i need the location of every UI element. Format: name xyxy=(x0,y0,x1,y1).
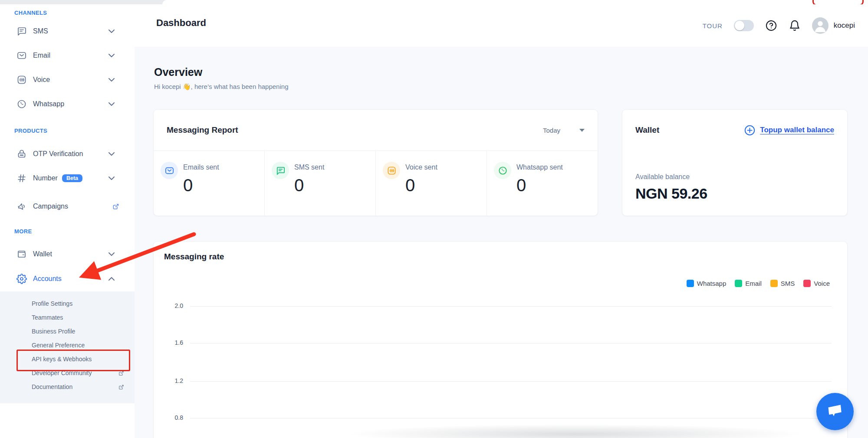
stat-value: 0 xyxy=(516,176,526,195)
username: kocepi xyxy=(834,21,855,30)
email-icon xyxy=(16,50,27,61)
plus-circle-icon xyxy=(744,124,756,136)
legend-item-voice[interactable]: Voice xyxy=(803,280,830,287)
main-content: Overview Hi kocepi 👋, here’s what has be… xyxy=(135,47,868,438)
hash-icon xyxy=(16,173,27,183)
messaging-report-card: Messaging Report Today Emails sent 0 xyxy=(153,109,598,216)
sidebar-item-whatsapp[interactable]: Whatsapp xyxy=(0,92,135,116)
sidebar-item-label: SMS xyxy=(33,27,48,35)
submenu-item-label: Business Profile xyxy=(32,328,75,335)
legend-item-email[interactable]: Email xyxy=(735,280,762,287)
messaging-report-head: Messaging Report Today xyxy=(154,110,598,151)
top-tab xyxy=(162,0,868,4)
chart-legend: Whatsapp Email SMS Voice xyxy=(687,280,830,287)
topup-link-label: Topup wallet balance xyxy=(760,126,834,134)
header-actions: TOUR kocepi xyxy=(703,4,855,47)
lock-icon xyxy=(16,149,27,159)
stat-label: Voice sent xyxy=(405,163,437,171)
y-axis-tick: 2.0 xyxy=(162,302,183,309)
submenu-item-label: Profile Settings xyxy=(32,300,72,307)
sidebar-item-number[interactable]: Number Beta xyxy=(0,166,135,190)
sidebar-item-voice[interactable]: Voice xyxy=(0,68,135,92)
tour-toggle[interactable] xyxy=(734,20,754,31)
sidebar-item-wallet[interactable]: Wallet xyxy=(0,242,135,266)
stat-voice-sent: Voice sent 0 xyxy=(375,150,487,216)
external-link-icon xyxy=(118,383,125,391)
accounts-submenu: Profile Settings Teammates Business Prof… xyxy=(0,291,135,403)
gear-icon xyxy=(16,274,27,284)
user-menu[interactable]: kocepi xyxy=(812,17,855,34)
gridline xyxy=(190,418,832,418)
stat-emails-sent: Emails sent 0 xyxy=(154,150,264,216)
stat-value: 0 xyxy=(183,176,193,195)
app-screen: CHANNELS SMS Email Voice Whatsapp PRODUC… xyxy=(0,0,868,438)
section-label-channels: CHANNELS xyxy=(14,10,47,16)
chevron-down-icon xyxy=(108,29,115,33)
stat-value: 0 xyxy=(405,176,415,195)
legend-label: SMS xyxy=(781,280,795,287)
legend-swatch-sms xyxy=(770,280,778,287)
submenu-item-profile-settings[interactable]: Profile Settings xyxy=(0,297,135,311)
legend-swatch-email xyxy=(735,280,742,287)
whatsapp-icon xyxy=(16,99,27,109)
chevron-up-icon xyxy=(108,277,115,281)
chat-fab[interactable] xyxy=(816,393,854,430)
tour-label: TOUR xyxy=(703,22,723,29)
submenu-item-label: Teammates xyxy=(32,314,63,321)
person-icon xyxy=(812,17,829,34)
wallet-title: Wallet xyxy=(635,125,659,135)
legend-label: Voice xyxy=(814,280,830,287)
legend-item-sms[interactable]: SMS xyxy=(770,280,795,287)
overview-header: Overview Hi kocepi 👋, here’s what has be… xyxy=(154,66,288,91)
stats-row: Emails sent 0 SMS sent 0 Voice sent 0 xyxy=(154,150,598,216)
toggle-knob xyxy=(735,21,744,30)
bell-icon[interactable] xyxy=(789,20,801,32)
submenu-item-documentation[interactable]: Documentation xyxy=(0,380,135,394)
submenu-item-label: Documentation xyxy=(32,383,72,390)
section-label-more: MORE xyxy=(14,228,32,235)
sidebar: CHANNELS SMS Email Voice Whatsapp PRODUC… xyxy=(0,4,135,438)
wallet-card: Wallet Topup wallet balance Available ba… xyxy=(622,109,848,216)
stat-label: SMS sent xyxy=(294,163,324,171)
submenu-item-business-profile[interactable]: Business Profile xyxy=(0,324,135,338)
legend-label: Email xyxy=(745,280,762,287)
sidebar-item-label: Email xyxy=(33,52,50,59)
chevron-down-icon xyxy=(108,252,115,256)
sidebar-item-sms[interactable]: SMS xyxy=(0,19,135,43)
submenu-item-label: General Preference xyxy=(32,342,85,349)
sidebar-item-label: Wallet xyxy=(33,250,52,258)
overview-subtitle: Hi kocepi 👋, here’s what has been happen… xyxy=(154,83,288,91)
y-axis-tick: 1.6 xyxy=(162,339,183,346)
chart-title: Messaging rate xyxy=(164,252,224,261)
gridline xyxy=(190,381,832,382)
period-dropdown[interactable]: Today xyxy=(543,127,585,134)
stat-value: 0 xyxy=(294,176,304,195)
wallet-icon xyxy=(16,249,27,259)
whatsapp-stat-icon xyxy=(494,162,511,179)
legend-item-whatsapp[interactable]: Whatsapp xyxy=(687,280,727,287)
chevron-down-icon xyxy=(108,54,115,57)
messaging-rate-card: Messaging rate Whatsapp Email SMS Voice xyxy=(153,241,848,438)
chevron-down-icon xyxy=(108,177,115,180)
y-axis-tick: 1.2 xyxy=(162,377,183,384)
beta-badge: Beta xyxy=(62,174,82,183)
megaphone-icon xyxy=(16,201,27,212)
chevron-down-icon xyxy=(108,78,115,82)
submenu-item-teammates[interactable]: Teammates xyxy=(0,311,135,324)
avatar xyxy=(812,17,829,34)
topup-wallet-link[interactable]: Topup wallet balance xyxy=(744,124,834,136)
sidebar-item-label: Whatsapp xyxy=(33,100,64,108)
wallet-head: Wallet Topup wallet balance xyxy=(622,110,847,150)
sidebar-item-email[interactable]: Email xyxy=(0,43,135,68)
sidebar-item-label: Voice xyxy=(33,76,50,84)
page-title: Dashboard xyxy=(156,17,206,29)
stat-label: Emails sent xyxy=(183,163,219,171)
sidebar-item-accounts[interactable]: Accounts xyxy=(0,267,135,291)
sidebar-item-campaigns[interactable]: Campaigns xyxy=(0,194,135,219)
help-icon[interactable] xyxy=(765,20,777,32)
gridline xyxy=(190,306,832,307)
email-stat-icon xyxy=(161,162,178,179)
sidebar-item-otp-verification[interactable]: OTP Verification xyxy=(0,142,135,166)
messaging-report-title: Messaging Report xyxy=(167,125,238,135)
chat-bubble-icon xyxy=(826,402,844,421)
